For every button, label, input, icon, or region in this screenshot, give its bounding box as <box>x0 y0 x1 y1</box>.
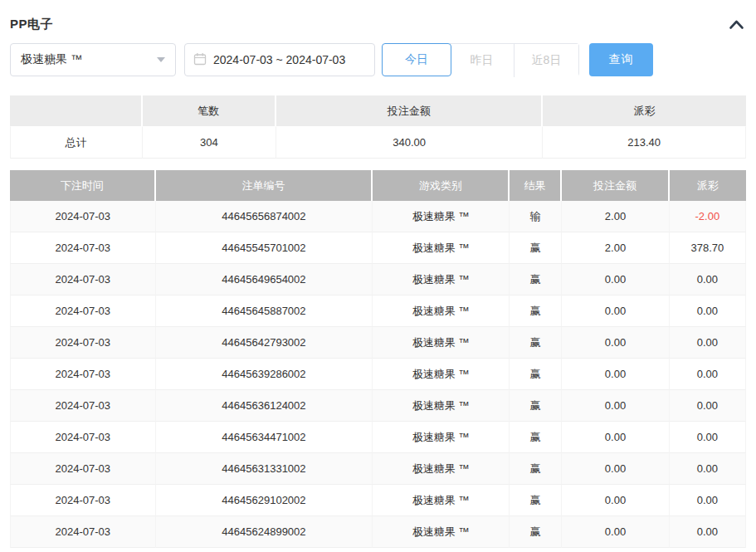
table-cell: 0.00 <box>562 296 670 327</box>
bets-header-result: 结果 <box>510 170 562 201</box>
table-cell: 0.00 <box>562 453 670 485</box>
table-cell: 378.70 <box>670 232 746 264</box>
table-cell: 44645639286002 <box>156 359 373 390</box>
panel-title: PP电子 <box>10 17 53 32</box>
table-cell: 44645656874002 <box>156 201 373 232</box>
summary-table: 笔数 投注金额 派彩 总计 304 340.00 213.40 <box>10 95 746 159</box>
table-cell: 2024-07-03 <box>10 264 156 296</box>
summary-total-label: 总计 <box>10 126 143 159</box>
table-cell: 0.00 <box>670 390 746 422</box>
table-cell: 赢 <box>510 264 562 296</box>
summary-total-count: 304 <box>143 126 276 159</box>
table-cell: 44645545701002 <box>156 232 373 264</box>
table-cell: 0.00 <box>562 485 670 516</box>
bets-header-payout: 派彩 <box>670 170 746 201</box>
summary-total-row: 总计 304 340.00 213.40 <box>10 126 746 159</box>
today-button[interactable]: 今日 <box>382 43 451 76</box>
table-cell: 赢 <box>510 516 562 548</box>
table-cell: 赢 <box>510 422 562 453</box>
table-cell: 2.00 <box>562 232 670 264</box>
table-cell: 0.00 <box>670 327 746 359</box>
table-cell: 44645624899002 <box>156 516 373 548</box>
table-cell: 赢 <box>510 390 562 422</box>
bets-table-body: 2024-07-0344645656874002极速糖果 ™输2.00-2.00… <box>10 201 746 548</box>
table-cell: 赢 <box>510 232 562 264</box>
table-cell: 0.00 <box>670 359 746 390</box>
table-cell: 赢 <box>510 359 562 390</box>
table-cell: 0.00 <box>670 296 746 327</box>
quick-rest-group: 昨日 近8日 <box>450 43 579 76</box>
table-cell: 赢 <box>510 453 562 485</box>
chevron-up-icon <box>729 20 744 32</box>
table-cell: 44645629102002 <box>156 485 373 516</box>
game-select[interactable]: 极速糖果 ™ <box>10 43 176 76</box>
table-cell: 0.00 <box>562 422 670 453</box>
table-cell: 2024-07-03 <box>10 390 156 422</box>
table-cell: 赢 <box>510 327 562 359</box>
summary-header-bet-amount: 投注金额 <box>276 95 543 126</box>
table-cell: 2024-07-03 <box>10 201 156 232</box>
table-cell: 2024-07-03 <box>10 359 156 390</box>
table-row: 2024-07-0344645642793002极速糖果 ™赢0.000.00 <box>10 327 746 359</box>
table-cell: 0.00 <box>670 422 746 453</box>
bets-header-bet-time: 下注时间 <box>10 170 156 201</box>
summary-header-payout: 派彩 <box>543 95 746 126</box>
yesterday-button[interactable]: 昨日 <box>450 44 514 77</box>
table-cell: 2024-07-03 <box>10 516 156 548</box>
table-row: 2024-07-0344645645887002极速糖果 ™赢0.000.00 <box>10 296 746 327</box>
table-cell: 0.00 <box>670 453 746 485</box>
table-row: 2024-07-0344645656874002极速糖果 ™输2.00-2.00 <box>10 201 746 232</box>
table-row: 2024-07-0344645624899002极速糖果 ™赢0.000.00 <box>10 516 746 548</box>
table-cell: 极速糖果 ™ <box>373 485 510 516</box>
table-cell: 2024-07-03 <box>10 296 156 327</box>
table-row: 2024-07-0344645636124002极速糖果 ™赢0.000.00 <box>10 390 746 422</box>
table-cell: 44645645887002 <box>156 296 373 327</box>
table-cell: -2.00 <box>670 201 746 232</box>
table-cell: 2024-07-03 <box>10 422 156 453</box>
table-cell: 44645649654002 <box>156 264 373 296</box>
table-cell: 极速糖果 ™ <box>373 422 510 453</box>
table-cell: 极速糖果 ™ <box>373 327 510 359</box>
table-cell: 赢 <box>510 296 562 327</box>
table-cell: 2024-07-03 <box>10 327 156 359</box>
table-cell: 0.00 <box>562 516 670 548</box>
table-row: 2024-07-0344645545701002极速糖果 ™赢2.00378.7… <box>10 232 746 264</box>
table-cell: 44645636124002 <box>156 390 373 422</box>
table-cell: 0.00 <box>562 264 670 296</box>
summary-header-row: 笔数 投注金额 派彩 <box>10 95 746 126</box>
filter-bar: 极速糖果 ™ 2024-07-03 ~ 2024-07-03 今日 昨日 近8日… <box>10 43 746 76</box>
bets-header-game-type: 游戏类别 <box>373 170 510 201</box>
bets-header-bet-id: 注单编号 <box>156 170 373 201</box>
table-cell: 44645642793002 <box>156 327 373 359</box>
table-cell: 0.00 <box>562 327 670 359</box>
table-row: 2024-07-0344645631331002极速糖果 ™赢0.000.00 <box>10 453 746 485</box>
collapse-panel-button[interactable] <box>727 17 746 32</box>
table-cell: 极速糖果 ™ <box>373 264 510 296</box>
table-cell: 44645634471002 <box>156 422 373 453</box>
table-cell: 赢 <box>510 485 562 516</box>
table-row: 2024-07-0344645634471002极速糖果 ™赢0.000.00 <box>10 422 746 453</box>
table-cell: 输 <box>510 201 562 232</box>
table-cell: 0.00 <box>670 516 746 548</box>
table-row: 2024-07-0344645649654002极速糖果 ™赢0.000.00 <box>10 264 746 296</box>
bets-table: 下注时间 注单编号 游戏类别 结果 投注金额 派彩 2024-07-034464… <box>10 170 746 548</box>
table-cell: 极速糖果 ™ <box>373 359 510 390</box>
search-button[interactable]: 查询 <box>589 43 653 76</box>
date-range-value: 2024-07-03 ~ 2024-07-03 <box>213 53 345 66</box>
game-select-value: 极速糖果 ™ <box>21 52 82 67</box>
table-cell: 极速糖果 ™ <box>373 296 510 327</box>
summary-total-bet-amount: 340.00 <box>276 126 543 159</box>
last-8-days-button[interactable]: 近8日 <box>514 44 578 77</box>
table-cell: 0.00 <box>562 359 670 390</box>
table-cell: 2024-07-03 <box>10 232 156 264</box>
table-cell: 0.00 <box>562 390 670 422</box>
table-row: 2024-07-0344645629102002极速糖果 ™赢0.000.00 <box>10 485 746 516</box>
panel-header: PP电子 <box>10 0 746 33</box>
table-cell: 0.00 <box>670 485 746 516</box>
summary-total-payout: 213.40 <box>543 126 746 159</box>
table-cell: 极速糖果 ™ <box>373 453 510 485</box>
summary-header-blank <box>10 95 143 126</box>
calendar-icon <box>193 52 207 68</box>
quick-date-buttons: 今日 昨日 近8日 <box>382 43 579 76</box>
date-range-input[interactable]: 2024-07-03 ~ 2024-07-03 <box>184 43 375 76</box>
